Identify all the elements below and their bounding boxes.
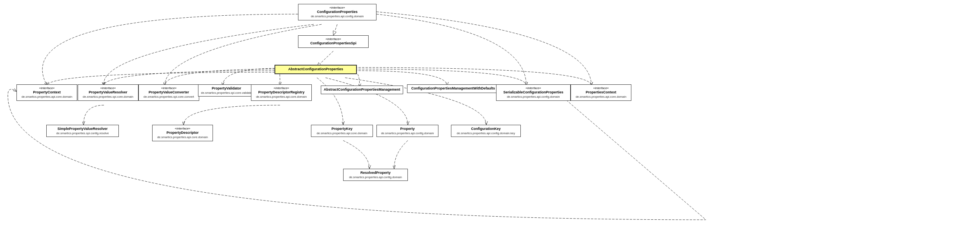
stereotype-PropertyValueResolver: «interface» — [80, 86, 136, 90]
stereotype-ConfigurationProperties: «interface» — [301, 6, 374, 10]
package-ConfigurationKey: de.smartics.properties.api.config.domain… — [454, 131, 518, 135]
node-PropertyDescriptor: «interface» PropertyDescriptor de.smarti… — [152, 125, 213, 141]
diagram-container: «interface» ConfigurationProperties de.s… — [0, 0, 980, 228]
package-SimplePropertyValueResolver: de.smartics.properties.spi.config.resolv… — [49, 131, 116, 135]
classname-PropertyContext: PropertyContext — [19, 90, 75, 95]
classname-SimplePropertyValueResolver: SimplePropertyValueResolver — [49, 127, 116, 131]
package-PropertyKey: de.smartics.properties.api.core.domain — [314, 131, 370, 135]
package-PropertyValueConverter: de.smartics.properties.spi.core.convert — [141, 95, 196, 99]
classname-ResolvedProperty: ResolvedProperty — [346, 171, 405, 175]
package-PropertyDescriptorRegistry: de.smartics.properties.api.core.domain — [254, 95, 309, 99]
classname-ConfigurationPropertiesManagementWithDefaults: ConfigurationPropertiesManagementWithDef… — [410, 86, 496, 91]
package-PropertyContext: de.smartics.properties.api.core.domain — [19, 95, 75, 99]
package-Property: de.smartics.properties.api.config.domain — [379, 131, 436, 135]
node-PropertyKey: PropertyKey de.smartics.properties.api.c… — [311, 125, 373, 137]
svg-line-4 — [317, 51, 333, 67]
stereotype-PropertyDescriptor: «interface» — [155, 127, 210, 131]
node-PropertiesContext: «interface» PropertiesContext de.smartic… — [571, 84, 631, 101]
node-ConfigurationProperties: «interface» ConfigurationProperties de.s… — [298, 4, 376, 20]
node-ResolvedProperty: ResolvedProperty de.smartics.properties.… — [343, 169, 408, 181]
stereotype-PropertyDescriptorRegistry: «interface» — [254, 86, 309, 90]
classname-Property: Property — [379, 127, 436, 131]
classname-PropertyValueResolver: PropertyValueResolver — [80, 90, 136, 95]
package-PropertyValueResolver: de.smartics.properties.spi.core.domain — [80, 95, 136, 99]
node-AbstractConfigurationPropertiesManagement: AbstractConfigurationPropertiesManagemen… — [321, 86, 403, 94]
node-ConfigurationPropertiesSpi: «interface» ConfigurationPropertiesSpi — [298, 35, 369, 48]
node-AbstractConfigurationProperties: AbstractConfigurationProperties — [275, 65, 357, 74]
stereotype-PropertyValueConverter: «interface» — [141, 86, 196, 90]
node-ConfigurationPropertiesManagementWithDefaults: ConfigurationPropertiesManagementWithDef… — [407, 84, 499, 93]
classname-PropertyValidator: PropertyValidator — [201, 86, 252, 91]
package-SerializableConfigurationProperties: de.smartics.properties.api.config.domain — [499, 95, 568, 99]
classname-ConfigurationPropertiesSpi: ConfigurationPropertiesSpi — [301, 41, 366, 46]
node-PropertyValidator: PropertyValidator de.smartics.properties… — [198, 84, 255, 97]
classname-PropertyDescriptorRegistry: PropertyDescriptorRegistry — [254, 90, 309, 95]
package-ConfigurationProperties: de.smartics.properties.api.config.domain — [301, 15, 374, 18]
arrows-svg — [0, 0, 980, 228]
node-PropertyValueResolver: «interface» PropertyValueResolver de.sma… — [78, 84, 138, 101]
package-ResolvedProperty: de.smartics.properties.api.config.domain — [346, 175, 405, 179]
stereotype-PropertiesContext: «interface» — [573, 86, 629, 90]
package-PropertyValidator: de.smartics.properties.spi.core.validate — [201, 91, 252, 95]
stereotype-PropertyContext: «interface» — [19, 86, 75, 90]
classname-PropertyDescriptor: PropertyDescriptor — [155, 131, 210, 135]
classname-PropertiesContext: PropertiesContext — [573, 90, 629, 95]
node-PropertyValueConverter: «interface» PropertyValueConverter de.sm… — [138, 84, 199, 101]
node-PropertyContext: «interface» PropertyContext de.smartics.… — [16, 84, 77, 101]
package-PropertiesContext: de.smartics.properties.api.core.domain — [573, 95, 629, 99]
classname-AbstractConfigurationProperties: AbstractConfigurationProperties — [278, 67, 354, 72]
classname-PropertyValueConverter: PropertyValueConverter — [141, 90, 196, 95]
classname-ConfigurationKey: ConfigurationKey — [454, 127, 518, 131]
classname-AbstractConfigurationPropertiesManagement: AbstractConfigurationPropertiesManagemen… — [324, 88, 400, 92]
svg-line-3 — [333, 24, 337, 35]
node-SerializableConfigurationProperties: «interface» SerializableConfigurationPro… — [496, 84, 571, 101]
node-PropertyDescriptorRegistry: «interface» PropertyDescriptorRegistry d… — [251, 84, 312, 101]
node-Property: Property de.smartics.properties.api.conf… — [376, 125, 438, 137]
classname-PropertyKey: PropertyKey — [314, 127, 370, 131]
classname-SerializableConfigurationProperties: SerializableConfigurationProperties — [499, 90, 568, 95]
package-PropertyDescriptor: de.smartics.properties.api.core.domain — [155, 135, 210, 139]
node-SimplePropertyValueResolver: SimplePropertyValueResolver de.smartics.… — [46, 125, 119, 137]
stereotype-SerializableConfigurationProperties: «interface» — [499, 86, 568, 90]
node-ConfigurationKey: ConfigurationKey de.smartics.properties.… — [451, 125, 521, 137]
stereotype-ConfigurationPropertiesSpi: «interface» — [301, 37, 366, 41]
classname-ConfigurationProperties: ConfigurationProperties — [301, 10, 374, 15]
